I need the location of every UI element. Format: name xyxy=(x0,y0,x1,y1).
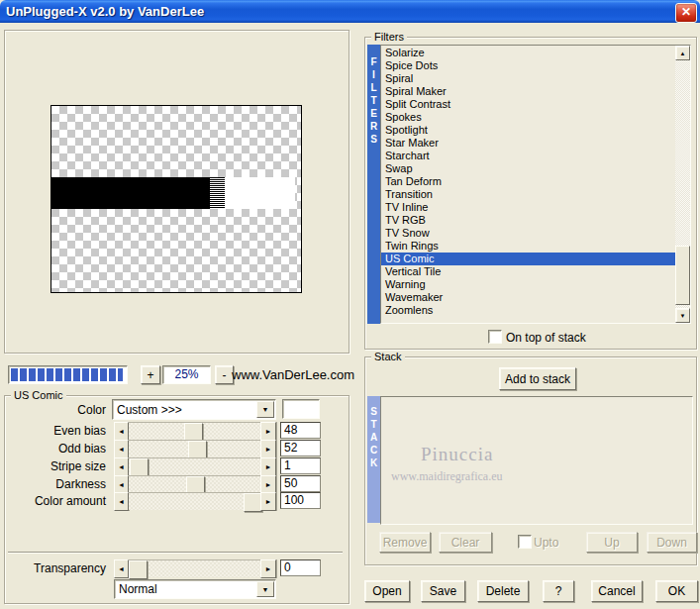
progress-bar xyxy=(8,365,128,384)
color-swatch[interactable] xyxy=(282,399,320,419)
filter-list-item[interactable]: Solarize xyxy=(381,47,675,59)
filters-scrollbar[interactable]: ▲ ▼ xyxy=(675,46,690,323)
filter-list-item[interactable]: TV Inline xyxy=(381,201,675,214)
window-title: UnPlugged-X v2.0 by VanDerLee xyxy=(0,4,204,19)
zoom-level-value: 25% xyxy=(162,365,211,384)
slider-left-arrow-icon[interactable]: ◄ xyxy=(114,440,129,458)
filter-list-item[interactable]: Transition xyxy=(381,188,675,201)
filter-list-item[interactable]: Starchart xyxy=(381,150,675,162)
slider-value-field[interactable]: 1 xyxy=(280,457,321,474)
slider-left-arrow-icon[interactable]: ◄ xyxy=(114,559,129,578)
slider-left-arrow-icon[interactable]: ◄ xyxy=(114,457,129,476)
color-label: Color xyxy=(8,403,106,417)
slider-label: Even bias xyxy=(8,424,106,438)
stripe-size-slider-row: Stripe size◄►1 xyxy=(0,457,350,474)
filter-list-item[interactable]: TV Snow xyxy=(381,227,675,240)
slider-left-arrow-icon[interactable]: ◄ xyxy=(114,422,129,441)
scroll-up-icon[interactable]: ▲ xyxy=(675,46,690,60)
filters-group-label: Filters xyxy=(371,31,407,44)
progress-fill xyxy=(11,368,123,381)
filter-list-item[interactable]: Tan Deform xyxy=(381,175,675,188)
filter-list-item[interactable]: US Comic xyxy=(381,253,675,265)
filter-list-item[interactable]: TV RGB xyxy=(381,214,675,227)
filter-list-item[interactable]: Spotlight xyxy=(381,124,675,137)
slider-label: Transparency xyxy=(8,561,106,575)
watermark-text: Pinuccia xyxy=(421,444,493,465)
slider-label: Color amount xyxy=(8,494,106,508)
slider-right-arrow-icon[interactable]: ► xyxy=(260,457,276,476)
slider-value-field[interactable]: 52 xyxy=(280,440,321,457)
filter-list-item[interactable]: Star Maker xyxy=(381,137,675,150)
darkness-slider-row: Darkness◄►50 xyxy=(0,475,350,492)
filter-list-item[interactable]: Swap xyxy=(381,162,675,175)
filter-list-item[interactable]: Wavemaker xyxy=(381,291,675,304)
color-dropdown-value: Custom >>> xyxy=(117,400,182,419)
filter-list-item[interactable]: Warning xyxy=(381,278,675,291)
slider-value-field[interactable]: 0 xyxy=(280,559,321,576)
zoom-in-button[interactable]: + xyxy=(141,365,160,384)
delete-button[interactable]: Delete xyxy=(477,580,529,602)
slider-right-arrow-icon[interactable]: ► xyxy=(260,559,276,578)
filter-list-item[interactable]: Spokes xyxy=(381,111,675,124)
slider-right-arrow-icon[interactable]: ► xyxy=(260,440,276,458)
odd-bias-slider-row: Odd bias◄►52 xyxy=(0,440,350,457)
chevron-down-icon[interactable]: ▼ xyxy=(256,401,274,418)
slider-right-arrow-icon[interactable]: ► xyxy=(260,492,276,511)
open-button[interactable]: Open xyxy=(364,580,410,602)
remove-button[interactable]: Remove xyxy=(379,532,431,553)
chevron-down-icon[interactable]: ▼ xyxy=(256,581,274,597)
up-button[interactable]: Up xyxy=(586,532,638,553)
slider-label: Odd bias xyxy=(8,442,106,456)
slider-thumb[interactable] xyxy=(129,560,148,579)
slider-track[interactable] xyxy=(129,440,260,457)
blend-mode-dropdown[interactable]: Normal ▼ xyxy=(114,579,276,599)
filter-list-item[interactable]: Zoomlens xyxy=(381,304,675,317)
divider xyxy=(8,552,343,554)
scrollbar-thumb[interactable] xyxy=(675,246,690,305)
slider-track[interactable] xyxy=(129,475,260,493)
filter-list-item[interactable]: Twin Rings xyxy=(381,240,675,253)
blend-mode-value: Normal xyxy=(119,580,157,598)
preview-panel xyxy=(4,30,350,354)
add-to-stack-button[interactable]: Add to stack xyxy=(499,367,576,390)
title-bar[interactable]: UnPlugged-X v2.0 by VanDerLee ✕ xyxy=(0,0,700,23)
down-button[interactable]: Down xyxy=(647,532,697,553)
filter-list-item[interactable]: Vertical Tile xyxy=(381,265,675,278)
unplugged-x-dialog: UnPlugged-X v2.0 by VanDerLee ✕ + 25% - … xyxy=(0,0,700,609)
filter-list-item[interactable]: Split Contrast xyxy=(381,98,675,111)
preview-image[interactable] xyxy=(50,105,302,293)
transparency-slider-row: Transparency◄►0 xyxy=(0,559,350,576)
color-dropdown[interactable]: Custom >>> ▼ xyxy=(112,399,276,420)
on-top-of-stack-checkbox[interactable] xyxy=(488,330,502,344)
slider-value-field[interactable]: 48 xyxy=(280,422,321,439)
filter-list-item[interactable]: Spice Dots xyxy=(381,59,675,72)
slider-left-arrow-icon[interactable]: ◄ xyxy=(114,492,129,511)
filter-list-item[interactable]: Spiral Maker xyxy=(381,85,675,98)
slider-value-field[interactable]: 100 xyxy=(280,492,321,509)
slider-label: Darkness xyxy=(8,477,106,491)
slider-track[interactable] xyxy=(129,422,260,440)
upto-checkbox[interactable] xyxy=(518,535,532,549)
scroll-down-icon[interactable]: ▼ xyxy=(675,308,690,323)
close-button[interactable]: ✕ xyxy=(675,3,697,23)
on-top-of-stack-label: On top of stack xyxy=(506,331,586,345)
filter-list-item[interactable]: Spiral xyxy=(381,72,675,85)
stack-list[interactable]: Pinuccia www.maidiregrafica.eu xyxy=(380,396,693,525)
clear-button[interactable]: Clear xyxy=(439,532,492,553)
slider-right-arrow-icon[interactable]: ► xyxy=(260,422,276,441)
help-button[interactable]: ? xyxy=(543,580,574,602)
color-amount-slider-row: Color amount◄►100 xyxy=(0,492,350,509)
preview-striped-transition xyxy=(210,177,225,209)
slider-track[interactable] xyxy=(129,559,260,577)
upto-label: Upto xyxy=(534,536,558,550)
watermark-url: www.maidiregrafica.eu xyxy=(391,469,503,484)
ok-button[interactable]: OK xyxy=(655,580,698,602)
slider-track[interactable] xyxy=(129,492,260,510)
slider-value-field[interactable]: 50 xyxy=(280,475,321,492)
even-bias-slider-row: Even bias◄►48 xyxy=(0,422,350,439)
filters-list[interactable]: SolarizeSpice DotsSpiralSpiral MakerSpli… xyxy=(380,45,691,324)
save-button[interactable]: Save xyxy=(421,580,465,602)
filters-list-items: SolarizeSpice DotsSpiralSpiral MakerSpli… xyxy=(381,47,675,317)
cancel-button[interactable]: Cancel xyxy=(591,580,643,602)
slider-track[interactable] xyxy=(129,457,260,475)
